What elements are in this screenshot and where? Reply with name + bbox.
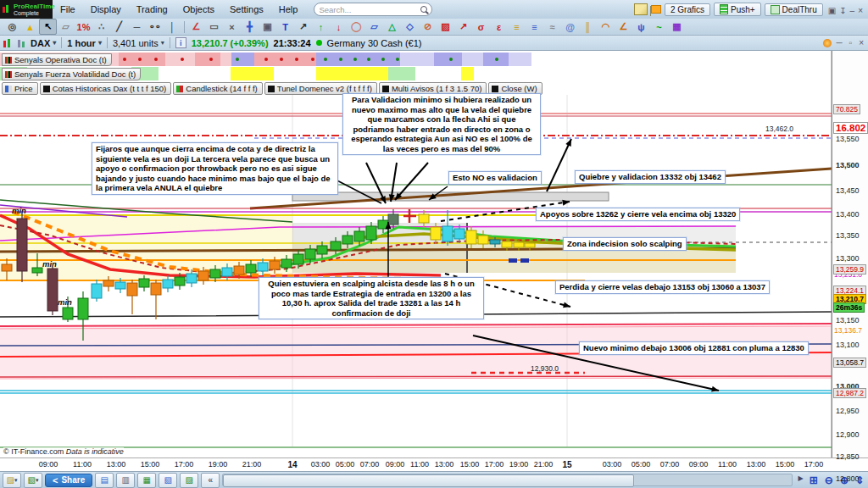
ruler-icon[interactable]: ▱ bbox=[57, 19, 75, 35]
arrow-ne-icon[interactable]: ↗ bbox=[294, 19, 312, 35]
annotation-quien-scalping[interactable]: Quien estuviera en scalping alcista desd… bbox=[259, 277, 484, 319]
menu-objects[interactable]: Objects bbox=[175, 4, 222, 14]
rhombus-icon[interactable]: ◇ bbox=[401, 19, 419, 35]
copy-icon[interactable]: ▣ bbox=[259, 19, 276, 35]
time-tick: 15:00 bbox=[460, 460, 480, 469]
zoom-icon[interactable]: ◎ bbox=[3, 19, 21, 35]
menu-file[interactable]: File bbox=[53, 4, 83, 14]
tab-candlestick[interactable]: Candlestick (14 f f f) bbox=[173, 82, 262, 95]
segment-icon[interactable]: ∘∘ bbox=[146, 19, 164, 35]
symbol-dropdown[interactable]: DAX▾ bbox=[31, 38, 56, 48]
trash-icon[interactable]: ▭ bbox=[205, 19, 223, 35]
arc-icon[interactable]: ◠ bbox=[597, 19, 615, 35]
annotation-zona-indecision[interactable]: Zona indecision solo scalping bbox=[563, 237, 687, 251]
diagonal-line-icon[interactable]: ╱ bbox=[110, 19, 128, 35]
time-tick: 11:00 bbox=[410, 460, 429, 469]
annotation-perdida[interactable]: Perdida y cierre velas debajo 13153 obj … bbox=[555, 280, 770, 294]
chart-minimize-icon[interactable]: ─ bbox=[835, 38, 844, 47]
fibo-icon[interactable]: ≡ bbox=[508, 19, 526, 35]
close-icon[interactable]: × bbox=[856, 6, 865, 15]
pattern-g-icon[interactable]: ▦ bbox=[668, 19, 686, 35]
alert-bell-icon[interactable]: ▲ bbox=[21, 19, 39, 35]
grafics-button[interactable]: 2 Grafics bbox=[665, 3, 710, 16]
news-icon[interactable]: ▥ bbox=[116, 473, 135, 488]
percent-icon[interactable]: 1% bbox=[75, 19, 92, 35]
tab-cotas[interactable]: Cotas Historicas Dax (t t t f 150) bbox=[40, 82, 172, 95]
minimize-icon[interactable]: – bbox=[849, 6, 857, 15]
chart-maximize-icon[interactable]: ▫ bbox=[848, 38, 854, 47]
tab-senyals-operativa[interactable]: Senyals Operativa Doc (t) bbox=[2, 53, 112, 66]
refresh-icon[interactable] bbox=[823, 39, 832, 47]
price-tick: 13,150 bbox=[836, 316, 860, 324]
angle-icon[interactable]: ∠ bbox=[187, 19, 205, 35]
chart-close-icon[interactable]: × bbox=[857, 38, 865, 47]
fibo-fan-icon[interactable]: ≈ bbox=[543, 19, 561, 35]
search-icon[interactable] bbox=[420, 6, 427, 13]
zoom-range-icon[interactable]: ⊞ bbox=[808, 474, 820, 486]
spiral-icon[interactable]: @ bbox=[561, 19, 579, 35]
push-button[interactable]: Push+ bbox=[714, 3, 761, 16]
flag-icon[interactable] bbox=[651, 5, 661, 14]
tools-icon[interactable]: × bbox=[223, 19, 241, 35]
scrollbar-thumb[interactable] bbox=[223, 474, 634, 487]
cycle-lines-icon[interactable]: ║ bbox=[579, 19, 597, 35]
collapse-icon[interactable]: « bbox=[201, 473, 220, 488]
annotation-apoyos[interactable]: Apoyos sobre 13262 y cierre vela encima … bbox=[536, 208, 740, 221]
move-icon[interactable]: ╋ bbox=[241, 19, 259, 35]
dealthru-button[interactable]: DealThru bbox=[765, 3, 823, 16]
share-button[interactable]: <Share bbox=[45, 474, 92, 487]
ellipse-icon[interactable]: ◯ bbox=[348, 19, 365, 35]
annotation-esto-no-validacion[interactable]: Esto NO es validacion bbox=[448, 171, 542, 185]
arrow-up-icon[interactable]: ↑ bbox=[312, 19, 330, 35]
triangle-icon[interactable]: △ bbox=[383, 19, 401, 35]
caliper-icon[interactable]: ∴ bbox=[92, 19, 110, 35]
cursor-icon[interactable]: ↖ bbox=[39, 19, 57, 35]
menu-help[interactable]: Help bbox=[271, 4, 306, 14]
min-marker-label: min bbox=[58, 297, 72, 307]
vertical-line-icon[interactable]: │ bbox=[164, 19, 181, 35]
angle-f-icon[interactable]: ∠ bbox=[615, 19, 632, 35]
epsilon-icon[interactable]: ε bbox=[490, 19, 508, 35]
menu-trading[interactable]: Trading bbox=[129, 4, 175, 14]
text-icon[interactable]: T bbox=[276, 19, 294, 35]
annotation-fijaros[interactable]: Fijaros que aunque cierra encima de cota… bbox=[92, 142, 338, 195]
tab-senyals-fuerza[interactable]: Senyals Fuerza Volatilidad Doc (t) bbox=[2, 68, 141, 80]
arrow-down-icon[interactable]: ↓ bbox=[330, 19, 348, 35]
horizontal-scrollbar[interactable]: ▶ bbox=[222, 474, 793, 486]
min-marker-label: min bbox=[42, 259, 57, 269]
info-icon[interactable]: i bbox=[175, 37, 186, 48]
pattern-icon[interactable]: ▨ bbox=[437, 19, 454, 35]
snapshot-icon[interactable]: ▧ bbox=[159, 473, 177, 488]
trend-plus-icon[interactable]: ↗ bbox=[454, 19, 472, 35]
compare-icon[interactable]: ▦ bbox=[137, 473, 156, 488]
quad-icon[interactable]: ▱ bbox=[365, 19, 383, 35]
pitchfork-icon[interactable]: ψ bbox=[632, 19, 650, 35]
chart-type-button[interactable]: ▧▾ bbox=[24, 473, 42, 488]
restore-icon[interactable]: ▣ bbox=[826, 6, 837, 15]
time-tick: 19:00 bbox=[209, 460, 228, 469]
workspace-icon[interactable]: ▨ bbox=[180, 473, 198, 488]
draw-tool-button[interactable]: ▨▾ bbox=[3, 473, 21, 488]
units-dropdown[interactable]: 3,401 units▾ bbox=[113, 38, 164, 48]
chart-style-icon[interactable] bbox=[3, 38, 12, 48]
list-toggle-icon[interactable] bbox=[17, 38, 25, 48]
annotation-nuevo-minimo[interactable]: Nuevo minimo debajo 13006 obj 12881 con … bbox=[579, 341, 809, 355]
scroll-right-icon[interactable]: ▶ bbox=[798, 474, 804, 482]
logo-title: ProRealTime bbox=[14, 3, 53, 10]
pin-icon[interactable]: ↧ bbox=[837, 6, 848, 15]
rhombus-off-icon[interactable]: ⊘ bbox=[419, 19, 437, 35]
draw-mode-icon[interactable] bbox=[634, 3, 648, 15]
annotation-quiebre-validacion[interactable]: Quiebre y validacion 13332 obj 13462 bbox=[575, 170, 726, 184]
menu-settings[interactable]: Settings bbox=[222, 4, 271, 14]
chat-icon[interactable]: ▤ bbox=[95, 473, 114, 488]
horizontal-line-icon[interactable]: ─ bbox=[128, 19, 146, 35]
freehand-icon[interactable]: ~ bbox=[650, 19, 668, 35]
zoom-out-icon[interactable]: ⊖ bbox=[823, 474, 835, 486]
sigma-icon[interactable]: σ bbox=[472, 19, 490, 35]
timeframe-dropdown[interactable]: 1 hour▾ bbox=[67, 38, 102, 48]
menu-display[interactable]: Display bbox=[83, 4, 129, 14]
annotation-para-validacion[interactable]: Para Validacion minimo si hubiera realiz… bbox=[342, 93, 541, 155]
tab-price[interactable]: Price bbox=[2, 82, 38, 95]
fibo-time-icon[interactable]: ≡ bbox=[526, 19, 543, 35]
search-input[interactable]: Search... bbox=[314, 3, 432, 16]
